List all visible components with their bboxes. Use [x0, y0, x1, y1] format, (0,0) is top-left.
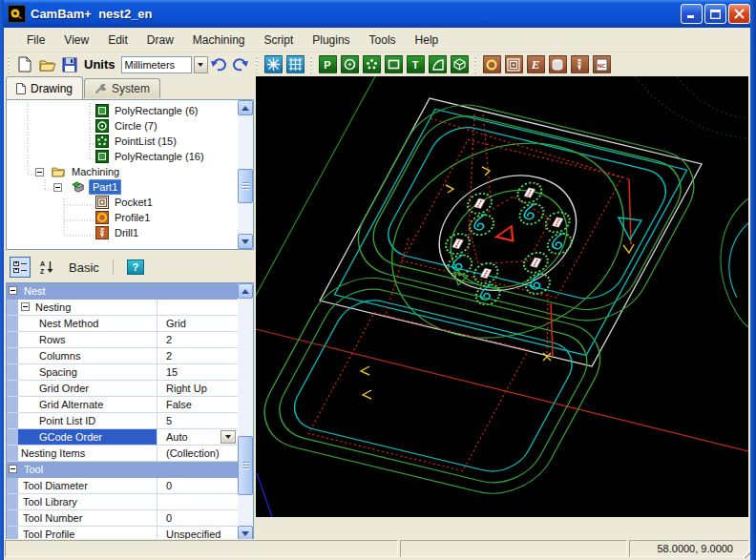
tree-scrollbar[interactable] — [238, 100, 253, 249]
property-row-grid-order[interactable]: Grid OrderRight Up — [7, 381, 238, 397]
machine-lathe-button[interactable] — [547, 54, 569, 75]
machine-pocket-button[interactable] — [503, 54, 525, 75]
stock-outline — [320, 98, 702, 366]
menu-file[interactable]: File — [17, 30, 54, 51]
az-sort-icon: AZ — [40, 259, 54, 275]
open-folder-button[interactable] — [36, 54, 58, 75]
undo-button[interactable] — [208, 54, 230, 75]
menu-help[interactable]: Help — [406, 30, 449, 51]
alphabetical-sort-button[interactable]: AZ — [36, 257, 57, 278]
maximize-button[interactable] — [704, 4, 726, 24]
scroll-up-button[interactable] — [238, 100, 253, 115]
close-button[interactable] — [728, 4, 750, 24]
property-row-rows[interactable]: Rows2 — [7, 332, 238, 348]
separator — [113, 259, 114, 275]
help-button[interactable]: ? — [127, 259, 144, 275]
tree-item-machining[interactable]: Machining — [7, 164, 237, 179]
part-icon — [72, 180, 85, 194]
property-row-point-list-id[interactable]: Point List ID5 — [7, 413, 238, 429]
draw-text-button[interactable]: T — [405, 54, 427, 75]
collapse-expander[interactable] — [53, 183, 62, 192]
draw-surface-button[interactable] — [449, 54, 471, 75]
scroll-down-button[interactable] — [238, 234, 253, 249]
property-row-tool-diameter[interactable]: Tool Diameter0 — [7, 478, 238, 494]
property-row-nest-method[interactable]: Nest MethodGrid — [7, 316, 238, 332]
tree-item-profile1[interactable]: Profile1 — [7, 210, 237, 225]
menu-tools[interactable]: Tools — [360, 30, 406, 51]
property-row-tool-library[interactable]: Tool Library — [7, 494, 238, 510]
new-document-button[interactable] — [14, 54, 36, 75]
tree-item-pocket1[interactable]: Pocket1 — [7, 195, 237, 210]
minimize-button[interactable] — [681, 4, 703, 24]
property-row-grid-alternate[interactable]: Grid AlternateFalse — [7, 397, 238, 413]
toolbar-grip[interactable] — [7, 56, 11, 73]
drill-icon — [95, 226, 109, 239]
drawing-tree: PolyRectangle (6) Circle (7) PointList (… — [6, 99, 254, 250]
right-nest-copy — [721, 198, 748, 327]
snap-to-points-button[interactable] — [262, 54, 284, 75]
property-row-spacing[interactable]: Spacing15 — [7, 364, 238, 381]
tab-drawing[interactable]: Drawing — [6, 76, 83, 99]
snap-to-grid-button[interactable] — [284, 54, 306, 75]
scrollbar-thumb[interactable] — [238, 436, 253, 495]
tree-item-polyrectangle-6[interactable]: PolyRectangle (6) — [7, 103, 237, 118]
machine-drill-button[interactable] — [569, 54, 591, 75]
machine-profile-button[interactable] — [481, 54, 503, 75]
view-mode-label[interactable]: Basic — [69, 260, 99, 275]
categorized-view-button[interactable] — [10, 257, 31, 278]
units-dropdown-arrow[interactable] — [194, 56, 208, 73]
menu-machining[interactable]: Machining — [183, 30, 255, 51]
scroll-up-button[interactable] — [238, 283, 253, 299]
redo-button[interactable] — [230, 54, 252, 75]
tab-system[interactable]: System — [84, 78, 160, 98]
menu-draw[interactable]: Draw — [137, 30, 183, 51]
tab-drawing-label: Drawing — [31, 82, 73, 95]
property-row-columns[interactable]: Columns2 — [7, 348, 238, 364]
cad-viewport[interactable] — [256, 76, 748, 517]
menu-plugins[interactable]: Plugins — [303, 30, 359, 51]
svg-text:NC: NC — [598, 63, 606, 69]
menu-edit[interactable]: Edit — [98, 30, 137, 51]
collapse-expander[interactable] — [21, 302, 30, 311]
draw-circle-button[interactable] — [339, 54, 361, 75]
category-row-tool[interactable]: Tool — [7, 462, 238, 478]
category-row-nest[interactable]: Nest — [7, 283, 238, 300]
machine-engrave-button[interactable]: E — [525, 54, 547, 75]
collapse-expander[interactable] — [9, 286, 17, 295]
title-bar[interactable]: CamBam+ nest2_en — [0, 0, 756, 28]
tree-item-circle-7[interactable]: Circle (7) — [7, 118, 237, 134]
status-panel — [5, 540, 398, 557]
center-circle — [416, 163, 598, 303]
collapse-expander[interactable] — [35, 168, 44, 176]
save-button[interactable] — [58, 54, 80, 75]
scrollbar-thumb[interactable] — [238, 169, 253, 203]
draw-arc-button[interactable] — [427, 54, 449, 75]
toolbar-grip[interactable] — [473, 56, 478, 73]
menu-view[interactable]: View — [54, 30, 98, 51]
y-axis — [256, 76, 375, 301]
toolbar-grip[interactable] — [309, 56, 314, 73]
page-icon — [16, 83, 26, 94]
tree-item-drill1[interactable]: Drill1 — [7, 225, 237, 240]
toolbar-grip[interactable] — [255, 56, 260, 73]
axis-lines — [256, 76, 748, 517]
generate-gcode-button[interactable]: NC — [591, 54, 613, 75]
property-row-gcode-order[interactable]: GCode Order Auto — [7, 429, 238, 446]
collapse-expander[interactable] — [9, 465, 17, 473]
property-row-tool-number[interactable]: Tool Number0 — [7, 510, 238, 527]
property-row-nesting[interactable]: Nesting — [7, 300, 238, 316]
dropdown-button[interactable] — [220, 430, 236, 444]
units-select[interactable]: Millimeters — [121, 56, 192, 73]
draw-rectangle-button[interactable] — [383, 54, 405, 75]
draw-polyline-button[interactable]: P — [317, 54, 339, 75]
tree-item-polyrectangle-16[interactable]: PolyRectangle (16) — [7, 149, 237, 164]
menu-script[interactable]: Script — [255, 30, 304, 51]
draw-point-list-button[interactable] — [361, 54, 383, 75]
tree-item-pointlist-15[interactable]: PointList (15) — [7, 134, 237, 149]
drill-pair — [453, 191, 507, 237]
property-grid-scrollbar[interactable] — [238, 283, 253, 541]
tree-item-part1[interactable]: Part1 — [7, 179, 237, 195]
property-row-nesting-items[interactable]: Nesting Items(Collection) — [7, 446, 238, 462]
part-outline — [377, 121, 677, 304]
left-panel: Drawing System PolyRectangle (6) — [4, 76, 256, 542]
